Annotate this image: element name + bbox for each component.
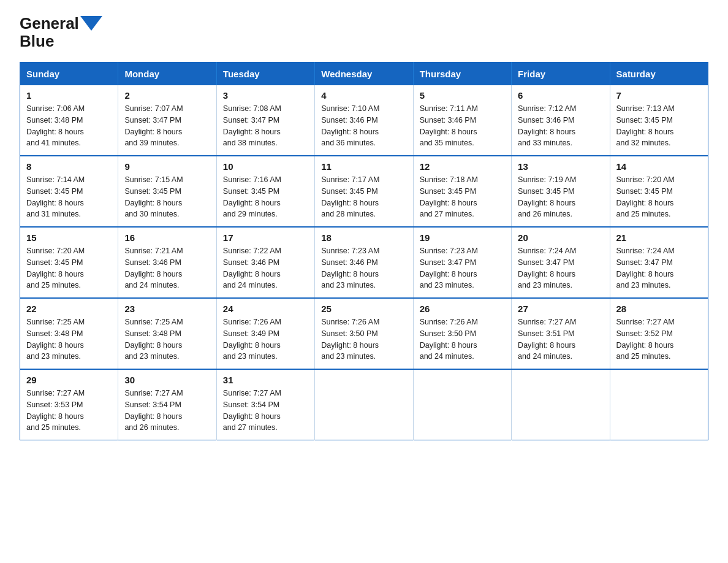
calendar-cell: 18 Sunrise: 7:23 AMSunset: 3:46 PMDaylig… <box>315 227 413 298</box>
day-info: Sunrise: 7:08 AMSunset: 3:47 PMDaylight:… <box>223 103 308 149</box>
day-info: Sunrise: 7:07 AMSunset: 3:47 PMDaylight:… <box>124 103 210 149</box>
day-info: Sunrise: 7:16 AMSunset: 3:45 PMDaylight:… <box>223 174 308 220</box>
logo-general: General <box>20 15 79 33</box>
day-number: 23 <box>124 304 210 314</box>
calendar-cell: 5 Sunrise: 7:11 AMSunset: 3:46 PMDayligh… <box>413 85 511 156</box>
day-number: 9 <box>124 161 210 172</box>
day-info: Sunrise: 7:24 AMSunset: 3:47 PMDaylight:… <box>518 245 603 291</box>
calendar-cell: 16 Sunrise: 7:21 AMSunset: 3:46 PMDaylig… <box>118 227 216 298</box>
day-info: Sunrise: 7:26 AMSunset: 3:50 PMDaylight:… <box>420 316 505 362</box>
calendar-cell: 28 Sunrise: 7:27 AMSunset: 3:52 PMDaylig… <box>610 298 708 369</box>
calendar-table: SundayMondayTuesdayWednesdayThursdayFrid… <box>20 62 708 440</box>
day-info: Sunrise: 7:22 AMSunset: 3:46 PMDaylight:… <box>223 245 308 291</box>
day-info: Sunrise: 7:19 AMSunset: 3:45 PMDaylight:… <box>518 174 603 220</box>
column-header-monday: Monday <box>118 63 216 86</box>
calendar-cell: 23 Sunrise: 7:25 AMSunset: 3:48 PMDaylig… <box>118 298 216 369</box>
day-info: Sunrise: 7:10 AMSunset: 3:46 PMDaylight:… <box>321 103 406 149</box>
day-info: Sunrise: 7:27 AMSunset: 3:54 PMDaylight:… <box>223 388 308 434</box>
day-number: 8 <box>26 161 112 172</box>
day-number: 17 <box>223 232 308 243</box>
calendar-cell <box>512 369 610 440</box>
column-header-wednesday: Wednesday <box>315 63 413 86</box>
calendar-cell: 2 Sunrise: 7:07 AMSunset: 3:47 PMDayligh… <box>118 85 216 156</box>
calendar-cell: 12 Sunrise: 7:18 AMSunset: 3:45 PMDaylig… <box>413 156 511 227</box>
calendar-cell: 9 Sunrise: 7:15 AMSunset: 3:45 PMDayligh… <box>118 156 216 227</box>
day-info: Sunrise: 7:23 AMSunset: 3:47 PMDaylight:… <box>420 245 505 291</box>
day-number: 18 <box>321 232 406 243</box>
day-info: Sunrise: 7:20 AMSunset: 3:45 PMDaylight:… <box>616 174 702 220</box>
day-info: Sunrise: 7:20 AMSunset: 3:45 PMDaylight:… <box>26 245 112 291</box>
calendar-week-row: 15 Sunrise: 7:20 AMSunset: 3:45 PMDaylig… <box>20 227 708 298</box>
day-number: 6 <box>518 90 603 101</box>
day-info: Sunrise: 7:06 AMSunset: 3:48 PMDaylight:… <box>26 103 112 149</box>
column-header-tuesday: Tuesday <box>216 63 314 86</box>
day-info: Sunrise: 7:12 AMSunset: 3:46 PMDaylight:… <box>518 103 603 149</box>
calendar-cell: 27 Sunrise: 7:27 AMSunset: 3:51 PMDaylig… <box>512 298 610 369</box>
day-number: 2 <box>124 90 210 101</box>
column-header-sunday: Sunday <box>20 63 118 86</box>
day-info: Sunrise: 7:26 AMSunset: 3:49 PMDaylight:… <box>223 316 308 362</box>
day-number: 13 <box>518 161 603 172</box>
day-number: 11 <box>321 161 406 172</box>
day-number: 5 <box>420 90 505 101</box>
logo-blue: Blue <box>20 32 54 50</box>
calendar-cell <box>413 369 511 440</box>
calendar-cell: 15 Sunrise: 7:20 AMSunset: 3:45 PMDaylig… <box>20 227 118 298</box>
day-number: 24 <box>223 304 308 314</box>
day-info: Sunrise: 7:26 AMSunset: 3:50 PMDaylight:… <box>321 316 406 362</box>
calendar-header-row: SundayMondayTuesdayWednesdayThursdayFrid… <box>20 63 708 86</box>
day-number: 31 <box>223 375 308 385</box>
day-number: 3 <box>223 90 308 101</box>
calendar-cell: 29 Sunrise: 7:27 AMSunset: 3:53 PMDaylig… <box>20 369 118 440</box>
calendar-cell: 7 Sunrise: 7:13 AMSunset: 3:45 PMDayligh… <box>610 85 708 156</box>
calendar-cell <box>610 369 708 440</box>
day-info: Sunrise: 7:21 AMSunset: 3:46 PMDaylight:… <box>124 245 210 291</box>
day-number: 1 <box>26 90 112 101</box>
calendar-cell: 11 Sunrise: 7:17 AMSunset: 3:45 PMDaylig… <box>315 156 413 227</box>
page-header: General Blue <box>20 15 708 50</box>
day-info: Sunrise: 7:27 AMSunset: 3:53 PMDaylight:… <box>26 388 112 434</box>
calendar-cell: 31 Sunrise: 7:27 AMSunset: 3:54 PMDaylig… <box>216 369 314 440</box>
calendar-cell: 13 Sunrise: 7:19 AMSunset: 3:45 PMDaylig… <box>512 156 610 227</box>
day-number: 27 <box>518 304 603 314</box>
calendar-cell: 14 Sunrise: 7:20 AMSunset: 3:45 PMDaylig… <box>610 156 708 227</box>
calendar-week-row: 1 Sunrise: 7:06 AMSunset: 3:48 PMDayligh… <box>20 85 708 156</box>
day-number: 15 <box>26 232 112 243</box>
calendar-cell: 1 Sunrise: 7:06 AMSunset: 3:48 PMDayligh… <box>20 85 118 156</box>
calendar-cell: 20 Sunrise: 7:24 AMSunset: 3:47 PMDaylig… <box>512 227 610 298</box>
calendar-cell: 22 Sunrise: 7:25 AMSunset: 3:48 PMDaylig… <box>20 298 118 369</box>
calendar-cell: 4 Sunrise: 7:10 AMSunset: 3:46 PMDayligh… <box>315 85 413 156</box>
day-number: 21 <box>616 232 702 243</box>
day-info: Sunrise: 7:14 AMSunset: 3:45 PMDaylight:… <box>26 174 112 220</box>
day-number: 25 <box>321 304 406 314</box>
day-number: 14 <box>616 161 702 172</box>
calendar-week-row: 29 Sunrise: 7:27 AMSunset: 3:53 PMDaylig… <box>20 369 708 440</box>
calendar-cell: 3 Sunrise: 7:08 AMSunset: 3:47 PMDayligh… <box>216 85 314 156</box>
day-number: 4 <box>321 90 406 101</box>
calendar-cell: 30 Sunrise: 7:27 AMSunset: 3:54 PMDaylig… <box>118 369 216 440</box>
logo-icon <box>80 16 102 31</box>
day-number: 19 <box>420 232 505 243</box>
day-info: Sunrise: 7:27 AMSunset: 3:51 PMDaylight:… <box>518 316 603 362</box>
column-header-friday: Friday <box>512 63 610 86</box>
day-number: 7 <box>616 90 702 101</box>
logo: General Blue <box>20 15 102 50</box>
calendar-cell: 10 Sunrise: 7:16 AMSunset: 3:45 PMDaylig… <box>216 156 314 227</box>
day-info: Sunrise: 7:25 AMSunset: 3:48 PMDaylight:… <box>124 316 210 362</box>
calendar-week-row: 8 Sunrise: 7:14 AMSunset: 3:45 PMDayligh… <box>20 156 708 227</box>
calendar-cell: 24 Sunrise: 7:26 AMSunset: 3:49 PMDaylig… <box>216 298 314 369</box>
calendar-cell: 6 Sunrise: 7:12 AMSunset: 3:46 PMDayligh… <box>512 85 610 156</box>
calendar-cell: 17 Sunrise: 7:22 AMSunset: 3:46 PMDaylig… <box>216 227 314 298</box>
day-info: Sunrise: 7:24 AMSunset: 3:47 PMDaylight:… <box>616 245 702 291</box>
day-number: 10 <box>223 161 308 172</box>
calendar-cell <box>315 369 413 440</box>
column-header-thursday: Thursday <box>413 63 511 86</box>
day-number: 12 <box>420 161 505 172</box>
day-info: Sunrise: 7:25 AMSunset: 3:48 PMDaylight:… <box>26 316 112 362</box>
day-number: 20 <box>518 232 603 243</box>
day-info: Sunrise: 7:27 AMSunset: 3:54 PMDaylight:… <box>124 388 210 434</box>
day-info: Sunrise: 7:18 AMSunset: 3:45 PMDaylight:… <box>420 174 505 220</box>
calendar-week-row: 22 Sunrise: 7:25 AMSunset: 3:48 PMDaylig… <box>20 298 708 369</box>
day-number: 16 <box>124 232 210 243</box>
calendar-cell: 25 Sunrise: 7:26 AMSunset: 3:50 PMDaylig… <box>315 298 413 369</box>
